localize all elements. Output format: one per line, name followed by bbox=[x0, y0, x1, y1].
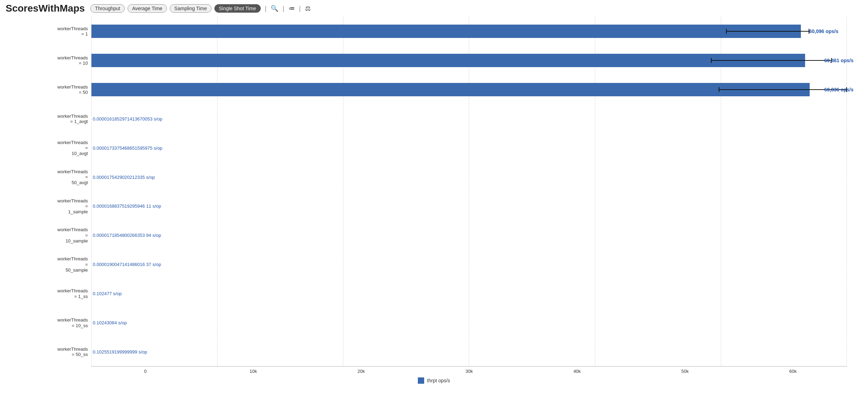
error-bar-1 bbox=[711, 58, 832, 63]
x-axis: 010k20k30k40k50k60k bbox=[91, 367, 847, 374]
small-bar-label-5: 0.0000175429020212335 s/op bbox=[93, 174, 155, 180]
error-bar-0 bbox=[726, 29, 809, 34]
small-bar-label-6: 0.0000168837519295946 11 s/op bbox=[93, 203, 161, 209]
search-icon[interactable]: 🔍 bbox=[271, 5, 278, 12]
y-label-0: workerThreads= 1 bbox=[21, 17, 91, 46]
chart-area: workerThreads= 1workerThreads= 10workerT… bbox=[21, 17, 847, 367]
bar-row-4: 0.0000173375468651595975 s/op bbox=[91, 133, 847, 162]
y-label-3: workerThreads= 1_avgt bbox=[21, 104, 91, 134]
legend-color-swatch bbox=[418, 377, 424, 384]
bar-row-8: 0.0000190047141486016 37 s/op bbox=[91, 250, 847, 279]
y-label-7: workerThreads=10_sample bbox=[21, 221, 91, 250]
y-label-1: workerThreads= 10 bbox=[21, 46, 91, 75]
y-label-2: workerThreads= 50 bbox=[21, 75, 91, 104]
x-tick-1: 10k bbox=[199, 369, 307, 374]
bar-row-1: 60,461 ops/s bbox=[91, 46, 847, 75]
tab-average-time[interactable]: Average Time bbox=[128, 4, 167, 13]
small-bar-label-3: 0.0000161852971413670053 s/op bbox=[93, 116, 162, 121]
y-label-11: workerThreads= 50_ss bbox=[21, 337, 91, 367]
tab-sampling-time[interactable]: Sampling Time bbox=[170, 4, 212, 13]
bar-row-2: 60,836 ops/s bbox=[91, 75, 847, 104]
bar-row-0: 60,096 ops/s bbox=[91, 17, 847, 46]
bar-row-7: 0.0000171854800266353 94 s/op bbox=[91, 221, 847, 250]
x-tick-3: 30k bbox=[415, 369, 523, 374]
bar-row-9: 0.102477 s/op bbox=[91, 279, 847, 308]
bar-2 bbox=[91, 83, 810, 96]
bar-row-11: 0.1025519199999999 s/op bbox=[91, 337, 847, 366]
header: ScoresWithMaps Throughput Average Time S… bbox=[0, 0, 868, 17]
x-tick-2: 20k bbox=[307, 369, 415, 374]
divider-3: | bbox=[299, 5, 301, 12]
bar-value-label-0: 60,096 ops/s bbox=[809, 28, 838, 34]
x-tick-6: 60k bbox=[739, 369, 847, 374]
y-labels: workerThreads= 1workerThreads= 10workerT… bbox=[21, 17, 91, 367]
legend-label: thrpt ops/s bbox=[427, 378, 450, 383]
legend: thrpt ops/s bbox=[21, 377, 847, 384]
chart-container: workerThreads= 1workerThreads= 10workerT… bbox=[0, 17, 868, 398]
y-label-8: workerThreads=50_sample bbox=[21, 250, 91, 279]
bar-value-label-1: 60,461 ops/s bbox=[824, 58, 854, 63]
bar-value-label-2: 60,836 ops/s bbox=[824, 87, 854, 92]
sort-icon[interactable]: ≔ bbox=[289, 5, 295, 12]
small-bar-label-4: 0.0000173375468651595975 s/op bbox=[93, 145, 162, 150]
y-label-10: workerThreads= 10_ss bbox=[21, 308, 91, 337]
small-bar-label-8: 0.0000190047141486016 37 s/op bbox=[93, 262, 161, 267]
divider-2: | bbox=[283, 5, 284, 12]
x-tick-0: 0 bbox=[91, 369, 199, 374]
plot-area: 60,096 ops/s60,461 ops/s60,836 ops/s0.00… bbox=[91, 17, 847, 367]
small-bar-label-10: 0.10243084 s/op bbox=[93, 320, 127, 325]
x-tick-4: 40k bbox=[523, 369, 631, 374]
small-bar-label-11: 0.1025519199999999 s/op bbox=[93, 349, 147, 354]
y-label-6: workerThreads=1_sample bbox=[21, 192, 91, 221]
bar-0 bbox=[91, 25, 801, 38]
x-tick-5: 50k bbox=[631, 369, 739, 374]
app-title: ScoresWithMaps bbox=[6, 3, 85, 14]
y-label-5: workerThreads=50_avgt bbox=[21, 163, 91, 192]
bar-row-6: 0.0000168837519295946 11 s/op bbox=[91, 192, 847, 221]
bar-row-5: 0.0000175429020212335 s/op bbox=[91, 162, 847, 192]
small-bar-label-9: 0.102477 s/op bbox=[93, 291, 122, 296]
bar-1 bbox=[91, 54, 805, 67]
compare-icon[interactable]: ⚖ bbox=[305, 5, 311, 12]
bars-wrapper: 60,096 ops/s60,461 ops/s60,836 ops/s0.00… bbox=[91, 17, 847, 366]
y-label-9: workerThreads= 1_ss bbox=[21, 279, 91, 308]
bar-row-10: 0.10243084 s/op bbox=[91, 308, 847, 337]
bar-row-3: 0.0000161852971413670053 s/op bbox=[91, 104, 847, 133]
tab-single-shot-time[interactable]: Single Shot Time bbox=[214, 4, 261, 13]
divider-1: | bbox=[265, 5, 267, 12]
small-bar-label-7: 0.0000171854800266353 94 s/op bbox=[93, 233, 161, 238]
tab-throughput[interactable]: Throughput bbox=[90, 4, 125, 13]
y-label-4: workerThreads=10_avgt bbox=[21, 134, 91, 163]
